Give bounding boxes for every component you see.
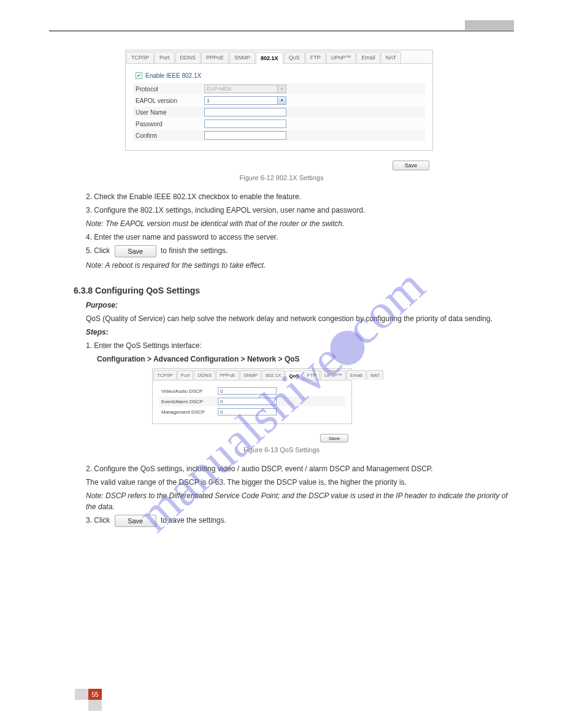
- tab-port[interactable]: Port: [155, 51, 175, 63]
- input-video-dscp[interactable]: [218, 387, 277, 395]
- tab-ftp[interactable]: FTP: [305, 51, 326, 63]
- tab-upnp[interactable]: UPnP™: [326, 51, 356, 63]
- tab-ddns[interactable]: DDNS: [194, 370, 215, 380]
- tab-snmp[interactable]: SNMP: [229, 51, 255, 63]
- header-chip: [465, 20, 514, 30]
- qos-purpose-label: Purpose:: [86, 300, 514, 311]
- row-confirm: Confirm: [133, 130, 425, 141]
- tab-tcpip[interactable]: TCP/IP: [126, 51, 154, 63]
- step-b-3-post: to save the settings.: [161, 516, 226, 525]
- screenshot-qos: TCP/IP Port DDNS PPPoE SNMP 802.1X QoS F…: [152, 368, 352, 424]
- label-eapol: EAPOL version: [136, 97, 204, 104]
- caption-qos: Figure 6-13 QoS Settings: [49, 446, 514, 453]
- label-mgmt-dscp: Management DSCP: [161, 409, 218, 415]
- select-eapol[interactable]: [204, 96, 278, 105]
- page-footer: 55: [75, 689, 102, 711]
- row-protocol: Protocol ▾: [133, 83, 425, 94]
- row-eapol: EAPOL version ▾: [133, 95, 425, 106]
- page-root: TCP/IP Port DDNS PPPoE SNMP 802.1X QoS F…: [0, 0, 563, 527]
- tab-8021x[interactable]: 802.1X: [262, 370, 285, 380]
- step-a-note: Note: The EAPOL version must be identica…: [86, 218, 514, 229]
- save-button-inline[interactable]: Save: [115, 515, 156, 527]
- step-b-valid: The valid value range of the DSCP is 0-6…: [86, 477, 514, 488]
- qos-steps-label: Steps:: [86, 327, 514, 338]
- tab-snmp[interactable]: SNMP: [240, 370, 261, 380]
- chevron-down-icon[interactable]: ▾: [278, 85, 286, 93]
- qos-path: Configuration > Advanced Configuration >…: [97, 354, 514, 365]
- save-row-qos: Save: [152, 430, 352, 442]
- row-mgmt-dscp: Management DSCP: [159, 407, 345, 417]
- caption-8021x: Figure 6-12 802.1X Settings: [49, 174, 514, 181]
- input-password[interactable]: [204, 119, 286, 128]
- label-protocol: Protocol: [136, 86, 204, 93]
- header-rule: [49, 31, 514, 31]
- save-row-8021x: Save: [125, 157, 433, 170]
- input-event-dscp[interactable]: [218, 398, 277, 405]
- tab-ftp[interactable]: FTP: [304, 370, 320, 380]
- footer-cell: [75, 689, 88, 700]
- enable-8021x-row: ✔ Enable IEEE 802.1X: [133, 70, 425, 83]
- enable-8021x-checkbox[interactable]: ✔: [136, 72, 142, 79]
- tab-qos[interactable]: QoS: [284, 51, 305, 63]
- panel-qos: Video/Audio DSCP Event/Alarm DSCP Manage…: [153, 381, 351, 423]
- step-b-2: 2. Configure the QoS settings, including…: [86, 463, 514, 474]
- label-event-dscp: Event/Alarm DSCP: [161, 399, 218, 404]
- row-video-dscp: Video/Audio DSCP: [159, 386, 345, 396]
- panel-8021x: ✔ Enable IEEE 802.1X Protocol ▾ EAPOL ve…: [126, 64, 432, 150]
- step-a-4: 4. Enter the user name and password to a…: [86, 232, 514, 243]
- label-username: User Name: [136, 109, 204, 116]
- label-password: Password: [136, 121, 204, 127]
- label-confirm: Confirm: [136, 132, 204, 139]
- step-a-5-post: to finish the settings.: [161, 246, 228, 255]
- tab-email[interactable]: Email: [347, 370, 366, 380]
- chevron-down-icon[interactable]: ▾: [278, 96, 286, 105]
- row-username: User Name: [133, 107, 425, 118]
- qos-step1: 1. Enter the QoS Settings interface:: [86, 340, 514, 351]
- tab-email[interactable]: Email: [356, 51, 380, 63]
- save-button[interactable]: Save: [320, 434, 348, 442]
- label-video-dscp: Video/Audio DSCP: [161, 389, 218, 394]
- input-confirm[interactable]: [204, 131, 286, 140]
- step-a-5-pre: 5. Click: [86, 246, 110, 255]
- step-b-3: 3. Click Save to save the settings.: [86, 515, 514, 527]
- save-button-inline[interactable]: Save: [115, 245, 156, 257]
- step-a-5: 5. Click Save to finish the settings.: [86, 245, 514, 257]
- step-a-note2: Note: A reboot is required for the setti…: [86, 260, 514, 271]
- qos-heading: 6.3.8 Configuring QoS Settings: [74, 284, 514, 297]
- page-number: 55: [88, 689, 102, 700]
- footer-cell: [88, 700, 102, 711]
- qos-purpose: QoS (Quality of Service) can help solve …: [86, 313, 514, 324]
- step-a-2: 2. Check the Enable IEEE 802.1X checkbox…: [86, 191, 514, 202]
- tabs-qos: TCP/IP Port DDNS PPPoE SNMP 802.1X QoS F…: [153, 369, 351, 381]
- tab-pppoe[interactable]: PPPoE: [201, 51, 229, 63]
- tab-tcpip[interactable]: TCP/IP: [153, 370, 177, 380]
- tab-qos[interactable]: QoS: [285, 371, 302, 381]
- input-mgmt-dscp[interactable]: [218, 408, 277, 415]
- save-button[interactable]: Save: [393, 161, 429, 170]
- tab-nat[interactable]: NAT: [381, 51, 401, 63]
- step-b-note: Note: DSCP refers to the Differentiated …: [86, 490, 514, 512]
- tab-ddns[interactable]: DDNS: [175, 51, 201, 63]
- tab-pppoe[interactable]: PPPoE: [216, 370, 239, 380]
- tab-nat[interactable]: NAT: [367, 370, 383, 380]
- step-a-3: 3. Configure the 802.1X settings, includ…: [86, 205, 514, 216]
- row-password: Password: [133, 118, 425, 129]
- select-protocol[interactable]: [204, 85, 278, 93]
- input-username[interactable]: [204, 108, 286, 116]
- row-event-dscp: Event/Alarm DSCP: [159, 396, 345, 406]
- tab-upnp[interactable]: UPnP™: [321, 370, 346, 380]
- step-b-3-pre: 3. Click: [86, 516, 110, 525]
- screenshot-8021x: TCP/IP Port DDNS PPPoE SNMP 802.1X QoS F…: [125, 50, 433, 151]
- tabs-8021x: TCP/IP Port DDNS PPPoE SNMP 802.1X QoS F…: [126, 50, 432, 64]
- enable-8021x-label: Enable IEEE 802.1X: [145, 72, 201, 79]
- tab-8021x[interactable]: 802.1X: [256, 52, 283, 64]
- tab-port[interactable]: Port: [177, 370, 194, 380]
